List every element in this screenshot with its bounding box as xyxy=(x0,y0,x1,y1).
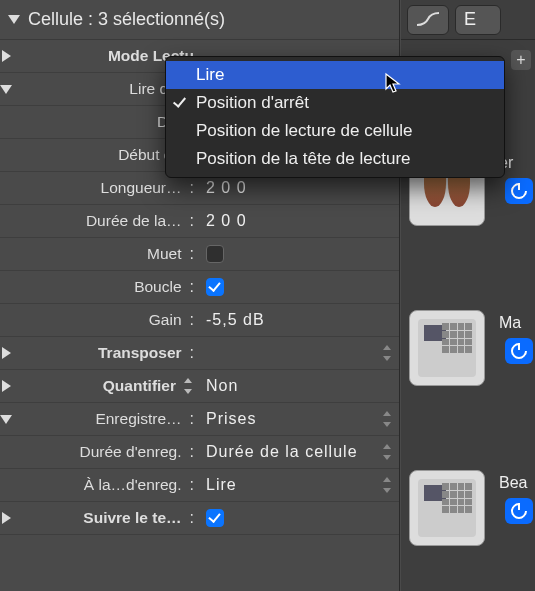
stepper-icon[interactable] xyxy=(381,344,393,362)
track-slot[interactable]: Ma xyxy=(409,310,529,460)
checkbox-suivre-tempo[interactable] xyxy=(206,509,224,527)
context-menu: Lire Position d'arrêt Position de lectur… xyxy=(165,56,505,178)
row-transposer: Transposer : xyxy=(0,337,399,370)
label-quantifier: Quantifier xyxy=(26,377,176,395)
label-a-la-enreg: À la…d'enreg. xyxy=(26,476,182,494)
disclosure-right-icon[interactable] xyxy=(2,512,11,524)
disclosure-right-icon[interactable] xyxy=(2,380,11,392)
row-enregistre: Enregistre… : Prises xyxy=(0,403,399,436)
label-longueur: Longueur… xyxy=(26,179,182,197)
label-duree-enreg: Durée d'enreg. xyxy=(26,443,182,461)
edit-button[interactable]: E xyxy=(455,5,501,35)
add-button[interactable]: + xyxy=(511,50,531,70)
label-enregistre: Enregistre… xyxy=(26,410,182,428)
value-longueur[interactable]: 2 0 0 xyxy=(206,179,247,197)
checkbox-boucle[interactable] xyxy=(206,278,224,296)
menu-item-label: Position d'arrêt xyxy=(196,93,309,113)
label-boucle: Boucle xyxy=(26,278,182,296)
slot-label: Bea xyxy=(499,474,527,492)
disclosure-down-icon[interactable] xyxy=(8,15,20,24)
label-duree-la: Durée de la… xyxy=(26,212,182,230)
track-slot[interactable]: Bea xyxy=(409,470,529,591)
instrument-thumb xyxy=(409,470,485,546)
stepper-icon[interactable] xyxy=(381,476,393,494)
plus-icon: + xyxy=(516,51,525,69)
menu-item-label: Position de lecture de cellule xyxy=(196,121,412,141)
value-enregistre[interactable]: Prises xyxy=(206,410,256,428)
menu-item-position-arret[interactable]: Position d'arrêt xyxy=(166,89,504,117)
power-button[interactable] xyxy=(505,178,533,204)
slot-label: Ma xyxy=(499,314,521,332)
row-duree-la: Durée de la… : 2 0 0 xyxy=(0,205,399,238)
row-boucle: Boucle : xyxy=(0,271,399,304)
value-duree-enreg[interactable]: Durée de la cellule xyxy=(206,443,358,461)
row-a-la-enreg: À la…d'enreg. : Lire xyxy=(0,469,399,502)
value-duree-la[interactable]: 2 0 0 xyxy=(206,212,247,230)
label-gain: Gain xyxy=(26,311,182,329)
value-gain[interactable]: -5,5 dB xyxy=(206,311,265,329)
automation-curve-button[interactable] xyxy=(407,5,449,35)
menu-item-label: Position de la tête de lecture xyxy=(196,149,411,169)
value-quantifier[interactable]: Non xyxy=(206,377,238,395)
curve-icon xyxy=(415,11,441,29)
power-button[interactable] xyxy=(505,498,533,524)
panel-header[interactable]: Cellule : 3 sélectionné(s) xyxy=(0,0,399,40)
checkbox-muet[interactable] xyxy=(206,245,224,263)
label-muet: Muet xyxy=(26,245,182,263)
strip-toolbar: E xyxy=(401,0,535,40)
menu-item-label: Lire xyxy=(196,65,224,85)
instrument-thumb xyxy=(409,310,485,386)
edit-button-label: E xyxy=(464,9,476,30)
menu-item-lire[interactable]: Lire xyxy=(166,61,504,89)
row-gain: Gain : -5,5 dB xyxy=(0,304,399,337)
label-suivre-tempo: Suivre le te… xyxy=(26,509,182,527)
checkmark-icon xyxy=(174,95,188,109)
panel-title: Cellule : 3 sélectionné(s) xyxy=(28,9,225,30)
row-quantifier: Quantifier Non xyxy=(0,370,399,403)
disclosure-right-icon[interactable] xyxy=(2,347,11,359)
power-button[interactable] xyxy=(505,338,533,364)
value-a-la-enreg[interactable]: Lire xyxy=(206,476,237,494)
disclosure-right-icon[interactable] xyxy=(2,50,11,62)
disclosure-down-icon[interactable] xyxy=(0,85,12,94)
label-transposer: Transposer xyxy=(26,344,182,362)
disclosure-down-icon[interactable] xyxy=(0,415,12,424)
menu-item-position-tete-lecture[interactable]: Position de la tête de lecture xyxy=(166,145,504,173)
row-muet: Muet : xyxy=(0,238,399,271)
stepper-icon[interactable] xyxy=(381,443,393,461)
menu-item-position-lecture-cellule[interactable]: Position de lecture de cellule xyxy=(166,117,504,145)
stepper-icon[interactable] xyxy=(182,378,194,394)
stepper-icon[interactable] xyxy=(381,410,393,428)
row-suivre-tempo: Suivre le te… : xyxy=(0,502,399,535)
row-duree-enreg: Durée d'enreg. : Durée de la cellule xyxy=(0,436,399,469)
